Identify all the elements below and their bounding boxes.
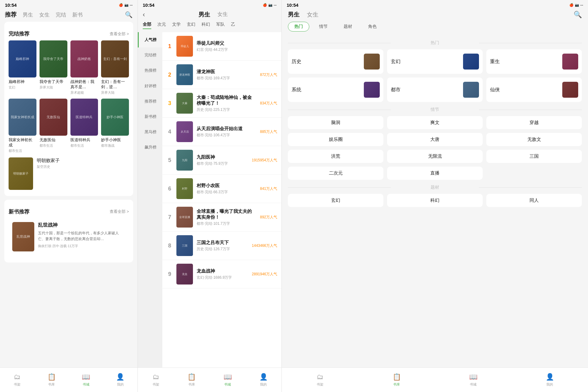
- cat-ciyuan[interactable]: 次元: [157, 22, 166, 29]
- book-genre: 都市激战: [101, 143, 129, 148]
- list-item[interactable]: 妙手小神医 妙手小神医 都市激战: [101, 99, 129, 153]
- list-item[interactable]: 无敌医仙 无敌医仙 都市生活: [40, 99, 67, 153]
- list-item[interactable]: 战神奶爸 战神奶爸：我真不是… 异术超能: [70, 40, 98, 95]
- subject-section-title: 题材: [288, 185, 582, 190]
- panel-ranking: 10:54 🍎 📷 ··· ‹ 男生 女生 全部 次元 文学 玄幻 科幻 军队 …: [138, 0, 282, 392]
- cat-system[interactable]: 系统: [288, 77, 383, 102]
- nav-female[interactable]: 女生: [39, 11, 50, 18]
- cat-xuanhuan[interactable]: 玄幻: [387, 49, 483, 74]
- cat-xianxia[interactable]: 仙侠: [486, 77, 582, 102]
- tag-erciyuan[interactable]: 二次元: [288, 167, 383, 180]
- cat-xuanhuan[interactable]: 玄幻: [187, 22, 195, 29]
- rank-rising[interactable]: 飙升榜: [138, 140, 162, 155]
- tab-bookstore-1[interactable]: 📖 书城: [69, 373, 103, 387]
- tag-wuxianliu[interactable]: 无限流: [387, 150, 483, 163]
- nav-complete[interactable]: 完结: [56, 11, 66, 18]
- cat-all[interactable]: 全部: [143, 22, 151, 29]
- tab-male-3[interactable]: 男生: [288, 11, 300, 19]
- rank-item-6[interactable]: 6 村野 村野小农医 都市·完结·66.3万字 841万人气: [162, 175, 281, 203]
- filter-story[interactable]: 情节: [313, 22, 334, 32]
- rank-item-2[interactable]: 2 潜龙神医 潜龙神医 都市·完结·169.4万字 872万人气: [162, 61, 281, 89]
- newbook-more[interactable]: 查看全部 >: [110, 209, 129, 214]
- cat-system-img: [364, 82, 380, 98]
- mine-icon-1: 👤: [116, 373, 124, 381]
- cat-kehuan[interactable]: 科幻: [202, 22, 210, 29]
- tag-honghuang[interactable]: 洪荒: [288, 150, 383, 163]
- tab-bookshelf-1[interactable]: 🗂 书架: [0, 373, 34, 387]
- tag-yuleqiao[interactable]: 娱乐圈: [288, 133, 383, 146]
- list-item[interactable]: 玄幻：吾有一剑 玄幻：吾有一剑，逆… 异界大陆: [101, 40, 129, 95]
- list-item[interactable]: 我家女神初长成 我家女神初长成 都市生活: [9, 99, 36, 153]
- newbook-section-header: 新书推荐 查看全部 >: [9, 208, 129, 215]
- rank-title-2: 潜龙神医: [197, 69, 256, 75]
- tab-library-2[interactable]: 📋 书库: [174, 373, 209, 387]
- nav-newbook[interactable]: 新书: [72, 11, 83, 18]
- status-icons-3: 🍎 📷 ···: [569, 3, 583, 7]
- rank-rating[interactable]: 好评榜: [138, 78, 162, 94]
- rank-item-8[interactable]: 8 三国 三国之吕布天下 历史·完结·126.7万字 1443466万人气: [162, 232, 281, 260]
- rank-recommend[interactable]: 推荐榜: [138, 94, 162, 109]
- tab-library-1[interactable]: 📋 书库: [34, 373, 69, 387]
- book-genre: 玄幻: [9, 85, 36, 90]
- nav-recommend[interactable]: 推荐: [5, 11, 17, 19]
- mine-icon-2: 👤: [259, 373, 268, 381]
- rank-item-3[interactable]: 3 大秦 大秦：苟成陆地神仙，被金榜曝光了！ 历史·完结·225.1万字 834…: [162, 89, 281, 118]
- cat-wenxue[interactable]: 文学: [172, 22, 181, 29]
- rank-darkhorse[interactable]: 黑马榜: [138, 124, 162, 140]
- search-button-3[interactable]: 🔍: [574, 11, 582, 19]
- back-button[interactable]: ‹: [143, 11, 145, 19]
- tab-male-2[interactable]: 男生: [198, 11, 210, 19]
- cat-urban[interactable]: 都市: [387, 77, 483, 102]
- tab-bookstore-3[interactable]: 📖 书城: [435, 373, 511, 387]
- tab-mine-2[interactable]: 👤 我的: [246, 373, 281, 387]
- rank-item-7[interactable]: 7 全球直播 全球直播，曝光了我丈夫的真实身份！ 都市·完结·101.7万字 8…: [162, 203, 281, 232]
- tag-tongren[interactable]: 同人: [486, 194, 582, 207]
- tab-bookshelf-2[interactable]: 🗂 书架: [138, 373, 174, 387]
- cat-history[interactable]: 历史: [288, 49, 383, 74]
- tab-mine-1[interactable]: 👤 我的: [103, 373, 138, 387]
- newbook-info: 乱世战神 五代十国，那是一个纷乱的年代，有多少人家破人亡、妻离子散，无数的悲欢离…: [38, 222, 125, 251]
- nav-male[interactable]: 男生: [23, 11, 33, 18]
- rank-item-9[interactable]: 9 龙血 龙血战神 玄幻·完结·1686.9万字 2891946万人气: [162, 260, 281, 288]
- list-item[interactable]: 巅峰邪神 巅峰邪神 玄幻: [9, 40, 36, 95]
- filter-subject[interactable]: 题材: [337, 22, 358, 32]
- tag-shuangwen[interactable]: 爽文: [387, 116, 483, 129]
- rank-popularity[interactable]: 人气榜: [138, 32, 162, 47]
- filter-hot[interactable]: 热门: [288, 22, 309, 32]
- tag-wudiwen[interactable]: 无敌文: [486, 133, 582, 146]
- rank-hotsearch[interactable]: 热搜榜: [138, 63, 162, 78]
- rank-newbook2[interactable]: 新书榜: [138, 109, 162, 124]
- rank-item-4[interactable]: 4 从天后 从天后演唱会开始出道 都市·完结·106.4万字 885万人气: [162, 118, 281, 146]
- tag-sanguo[interactable]: 三国: [486, 150, 582, 163]
- tag-kh2[interactable]: 科幻: [387, 194, 483, 207]
- cat-jundui[interactable]: 军队: [216, 22, 225, 29]
- rank-number-7: 7: [167, 214, 173, 221]
- rank-pop-4: 885万人气: [260, 129, 277, 134]
- list-item[interactable]: 我夺舍了天帝 我夺舍了天帝 异界大陆: [40, 40, 67, 95]
- filter-role[interactable]: 角色: [362, 22, 383, 32]
- newbook-item[interactable]: 乱世战神 乱世战神 五代十国，那是一个纷乱的年代，有多少人家破人亡、妻离子散，无…: [9, 218, 129, 255]
- list-item[interactable]: 医道特种兵 医道特种兵 都市生活: [70, 99, 98, 153]
- tab-female-3[interactable]: 女生: [307, 11, 318, 19]
- rank-info-2: 潜龙神医 都市·完结·169.4万字: [197, 69, 256, 81]
- single-book-mingchao[interactable]: 明朝败家子 明朝败家子 架空历史: [9, 157, 129, 192]
- tag-zhibo[interactable]: 直播: [387, 167, 483, 180]
- rank-complete[interactable]: 完结榜: [138, 47, 162, 63]
- cat-rebirth[interactable]: 重生: [486, 49, 582, 74]
- rank-item-5[interactable]: 5 九阳 九阳医神 都市·完结·75.9万字 1915954万人气: [162, 146, 281, 175]
- cat-history-img: [364, 54, 380, 70]
- tag-datang[interactable]: 大唐: [387, 133, 483, 146]
- tab-bookstore-2[interactable]: 📖 书城: [210, 373, 246, 387]
- tag-chuanyue[interactable]: 穿越: [486, 116, 582, 129]
- complete-more[interactable]: 查看全部 >: [110, 31, 129, 37]
- rank-item-1[interactable]: 1 乖徒儿 乖徒儿叫师父 幻言·完结·44.2万字: [162, 32, 281, 61]
- tab-female-2[interactable]: 女生: [217, 11, 228, 19]
- tag-xh2[interactable]: 玄幻: [288, 194, 383, 207]
- tab-library-3[interactable]: 📋 书库: [358, 373, 435, 387]
- tab-mine-3[interactable]: 👤 我的: [511, 373, 588, 387]
- tag-naodong[interactable]: 脑洞: [288, 116, 383, 129]
- cat-more[interactable]: 乙: [231, 22, 235, 29]
- rank-title-6: 村野小农医: [197, 183, 256, 189]
- tab-bookshelf-3[interactable]: 🗂 书架: [282, 373, 358, 387]
- search-button-1[interactable]: 🔍: [125, 11, 133, 18]
